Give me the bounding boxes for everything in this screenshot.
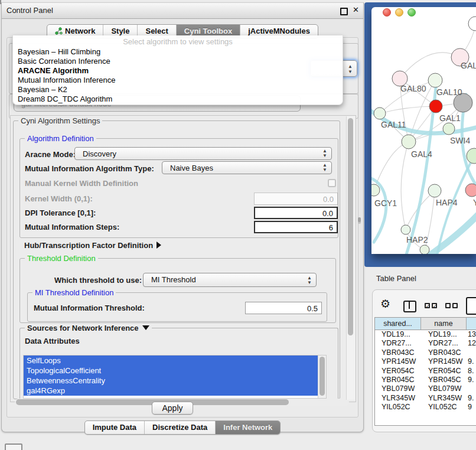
tab-discretize-data[interactable]: Discretize Data <box>144 421 215 434</box>
attribute-item-topologicalcoefficient[interactable]: TopologicalCoefficient <box>24 366 318 376</box>
mi-threshold-definition-group: MI Threshold Definition Mutual Informati… <box>27 292 327 322</box>
table-cell: 9. <box>467 376 476 384</box>
zoom-traffic-light-icon[interactable] <box>407 8 416 17</box>
table-cell: YDR27... <box>375 339 421 348</box>
table-cell: YBL079W <box>375 384 421 393</box>
minimized-panel-icon[interactable] <box>5 444 22 450</box>
mi-steps-field[interactable]: 6 <box>254 221 338 233</box>
apply-button[interactable]: Apply <box>152 402 193 415</box>
settings-vscrollbar[interactable] <box>346 116 355 400</box>
kernel-width-field[interactable]: 0.0 <box>254 193 338 205</box>
network-node[interactable] <box>467 148 476 164</box>
aracne-mode-label: Aracne Mode: <box>25 150 76 159</box>
corner-tick <box>0 0 1 4</box>
network-node[interactable] <box>443 123 455 135</box>
mi-type-label: Mutual Information Algorithm Type: <box>25 164 154 173</box>
table-row[interactable]: YLR345WYLR345W9. <box>375 394 476 403</box>
mi-threshold-label: Mutual Information Threshold: <box>34 304 145 312</box>
split-columns-icon[interactable] <box>403 301 416 312</box>
which-threshold-label: Which threshold to use: <box>54 276 142 285</box>
scrollbar-thumb[interactable] <box>348 118 353 335</box>
mi-threshold-field[interactable]: 0.5 <box>245 302 322 314</box>
table-cell: 9 <box>467 403 476 412</box>
network-node[interactable] <box>402 135 416 149</box>
document-icon[interactable] <box>466 297 476 315</box>
tab-label: Infer Network <box>223 423 272 432</box>
attribute-item-gal4rgexp[interactable]: gal4RGexp <box>24 386 318 396</box>
table-cell: YER054C <box>375 367 421 376</box>
hub-expander[interactable]: Hub/Transcription Factor Definition <box>24 241 161 250</box>
table-cell: YPR145W <box>375 357 421 366</box>
table-row[interactable]: YPR145WYPR145W9. <box>375 357 476 366</box>
table-row[interactable]: YDR27...YDR27...12 <box>375 339 476 348</box>
algorithm-dropdown-popup: Select algorithm to view settings Bayesi… <box>12 35 343 105</box>
cyni-algorithm-settings-group: Cyni Algorithm Settings Algorithm Defini… <box>13 120 340 399</box>
deselect-all-checkboxes-icon[interactable] <box>445 303 458 308</box>
tab-infer-network[interactable]: Infer Network <box>215 421 280 434</box>
network-node-label-gal4: GAL4 <box>411 149 432 159</box>
close-traffic-light-icon[interactable] <box>383 8 391 17</box>
table-row[interactable]: YDL19...YDL19...13 <box>375 330 476 339</box>
table-cell: YPR145W <box>421 357 467 366</box>
network-node-label-gal80: GAL80 <box>400 84 426 93</box>
dpi-tolerance-field[interactable]: 0.0 <box>254 207 338 219</box>
table-row[interactable]: YER054CYER054C8. <box>375 367 476 376</box>
select-all-checkboxes-icon[interactable]: ✓✓ <box>425 303 437 308</box>
table-cell: YDL19... <box>375 330 421 339</box>
column-header-shared[interactable]: shared... <box>375 318 421 330</box>
dropdown-item-aracne-algorithm[interactable]: ARACNE Algorithm <box>13 66 343 76</box>
tab-label: jActiveMNodules <box>248 27 310 35</box>
network-node[interactable] <box>465 184 476 197</box>
threshold-definition-group: Threshold Definition Which threshold to … <box>19 258 336 323</box>
table-cell: YIL052C <box>421 403 467 412</box>
dropdown-item-bayesian-k2[interactable]: Bayesian – K2 <box>13 85 343 94</box>
network-node[interactable] <box>429 100 442 113</box>
attribute-item-selfloops[interactable]: SelfLoops <box>24 356 318 366</box>
attribute-list-scrollbar[interactable] <box>318 356 326 398</box>
mi-steps-label: Mutual Information Steps: <box>25 223 119 231</box>
network-node[interactable] <box>468 17 476 31</box>
sources-group-title[interactable]: Sources for Network Inference <box>25 324 152 332</box>
close-icon[interactable]: ✕ <box>353 5 359 14</box>
tab-impute-data[interactable]: Impute Data <box>85 421 144 434</box>
table-row[interactable]: YBL079WYBL079W <box>375 384 476 393</box>
which-threshold-combo[interactable]: MI Threshold ▲▼ <box>143 273 317 287</box>
network-node[interactable] <box>428 184 441 197</box>
table-row[interactable]: YBR043CYBR043C <box>375 348 476 357</box>
cyni-settings-group-title: Cyni Algorithm Settings <box>18 116 102 125</box>
table-cell <box>467 348 476 357</box>
dropdown-item-dream8-dc-tdc-algorithm[interactable]: Dream8 DC_TDC Algorithm <box>13 94 343 104</box>
tab-label: Network <box>65 27 95 35</box>
network-node-label-gal: GAL <box>461 61 476 70</box>
dropdown-item-mutual-information-inference[interactable]: Mutual Information Inference <box>13 76 343 85</box>
manual-kernel-checkbox[interactable] <box>328 179 336 187</box>
gear-icon[interactable]: ⚙ <box>380 297 390 311</box>
network-node[interactable] <box>371 184 380 196</box>
dropdown-item-basic-correlation-inference[interactable]: Basic Correlation Inference <box>13 57 343 66</box>
control-panel-window: Control Panel ✕ NetworkStyleSelectCyni T… <box>1 2 364 432</box>
table-body: YDL19...YDL19...13YDR27...YDR27...12YBR0… <box>375 330 476 412</box>
dropdown-item-bayesian-hill-climbing[interactable]: Bayesian – Hill Climbing <box>13 47 343 57</box>
float-window-icon[interactable] <box>340 8 348 15</box>
table-panel: ⚙ ✓✓ shared...name YDL19...YDL19...13YDR… <box>372 289 476 432</box>
network-node[interactable] <box>420 245 429 254</box>
mi-type-combo[interactable]: Naive Bayes ▲▼ <box>162 161 332 174</box>
column-header-partial[interactable] <box>467 318 476 330</box>
network-node[interactable] <box>428 73 442 87</box>
table-row[interactable]: YIL052CYIL052C9 <box>375 403 476 412</box>
table-cell: 9. <box>467 394 476 403</box>
scrollbar-thumb[interactable] <box>319 357 325 396</box>
column-header-name[interactable]: name <box>421 318 467 330</box>
network-node[interactable] <box>401 225 410 234</box>
network-canvas[interactable]: GALGAL80GAL10GAL1GAL11SWI4GAL4GCY1HAP4YH… <box>371 7 476 254</box>
table-row[interactable]: YBR045CYBR045C9. <box>375 376 476 384</box>
table-cell: 9. <box>467 357 476 366</box>
attribute-item-betweennesscentrality[interactable]: BetweennessCentrality <box>24 376 318 386</box>
data-attributes-list[interactable]: SelfLoopsTopologicalCoefficientBetweenne… <box>23 355 327 399</box>
minimize-traffic-light-icon[interactable] <box>395 8 403 17</box>
network-node[interactable] <box>374 107 386 119</box>
aracne-mode-combo[interactable]: Discovery ▲▼ <box>74 147 332 160</box>
network-view-window[interactable]: GALGAL80GAL10GAL1GAL11SWI4GAL4GCY1HAP4YH… <box>371 7 476 254</box>
bottom-tab-group: Impute DataDiscretize DataInfer Network <box>84 420 281 435</box>
panel-splitter-handle[interactable] <box>358 217 361 222</box>
